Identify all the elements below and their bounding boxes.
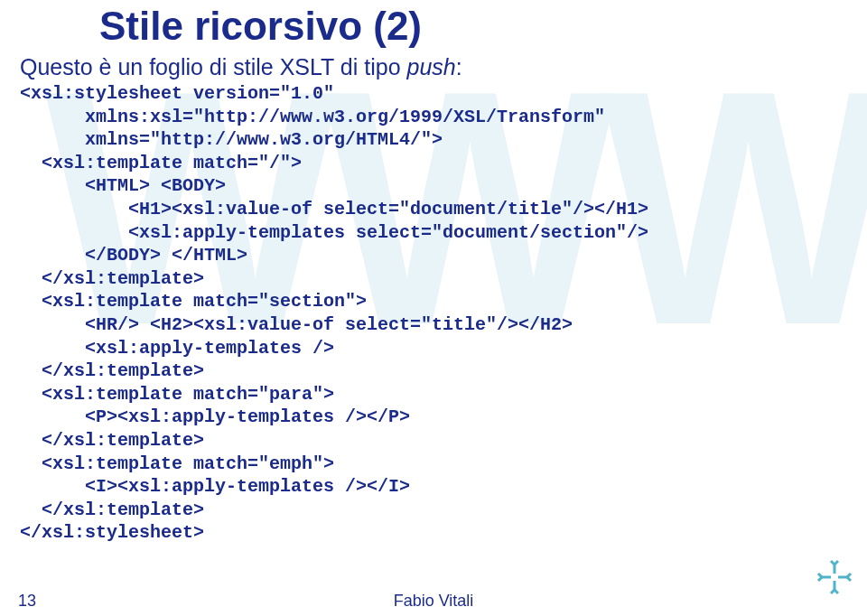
subtitle-colon: :: [456, 54, 462, 79]
slide-title: Stile ricorsivo (2): [0, 0, 867, 49]
corner-decoration-icon: [815, 557, 854, 602]
author-name: Fabio Vitali: [394, 592, 474, 611]
slide-subtitle: Questo è un foglio di stile XSLT di tipo…: [0, 49, 867, 80]
slide-content: Stile ricorsivo (2) Questo è un foglio d…: [0, 0, 867, 545]
page-number: 13: [18, 592, 36, 611]
subtitle-plain: Questo è un foglio di stile XSLT di tipo: [20, 54, 407, 79]
code-block: <xsl:stylesheet version="1.0" xmlns:xsl=…: [0, 80, 867, 545]
subtitle-italic: push: [407, 54, 456, 79]
